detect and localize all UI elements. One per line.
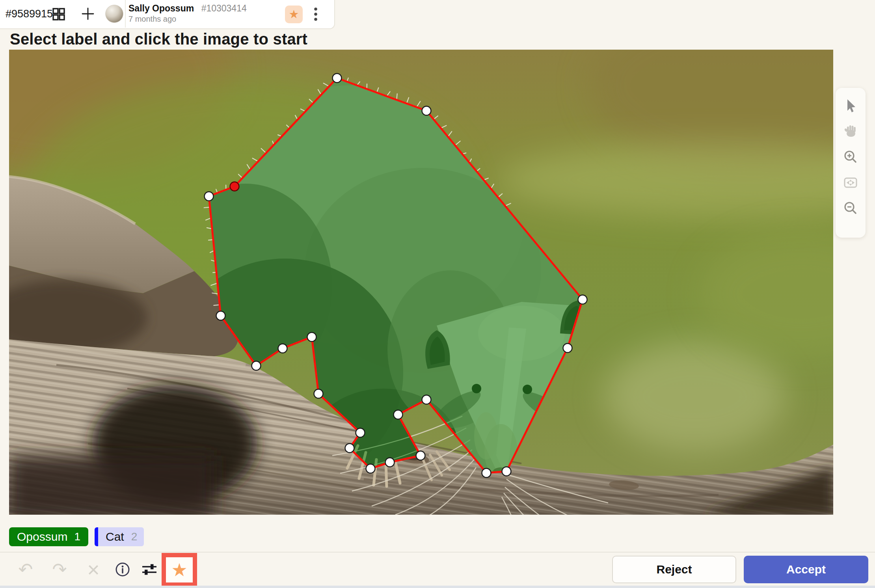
polygon-vertex[interactable] bbox=[366, 464, 375, 473]
info-icon bbox=[115, 562, 130, 577]
label-hotkey: 1 bbox=[74, 530, 80, 543]
info-button[interactable] bbox=[114, 553, 132, 586]
zoom-in-button[interactable] bbox=[840, 146, 862, 168]
polygon-vertex[interactable] bbox=[578, 295, 587, 304]
polygon-vertex[interactable] bbox=[252, 361, 261, 370]
ground-truth-star-badge[interactable]: ★ bbox=[285, 6, 303, 23]
annotation-canvas[interactable] bbox=[9, 50, 833, 515]
polygon-vertex[interactable] bbox=[333, 74, 342, 83]
fit-screen-button[interactable] bbox=[840, 171, 862, 194]
zoom-in-icon bbox=[843, 149, 858, 164]
polygon-vertex[interactable] bbox=[314, 389, 323, 398]
settings-sliders-icon bbox=[141, 562, 157, 577]
label-chip-opossum[interactable]: Opossum 1 bbox=[9, 527, 88, 546]
kebab-menu-icon[interactable] bbox=[313, 7, 318, 22]
polygon-vertex[interactable] bbox=[482, 469, 491, 478]
redo-button[interactable]: ↷ bbox=[50, 553, 69, 586]
cursor-tool-button[interactable] bbox=[840, 95, 862, 117]
add-annotation-icon[interactable] bbox=[81, 7, 95, 20]
bottom-toolbar: ↶ ↷ × ★ Reject Accept bbox=[0, 552, 875, 586]
remove-annotation-button[interactable]: × bbox=[84, 553, 102, 586]
annotator-name: Sally Opossum bbox=[128, 3, 194, 13]
polygon-vertex[interactable] bbox=[394, 410, 403, 419]
label-color-stripe bbox=[95, 527, 98, 546]
cursor-icon bbox=[843, 98, 858, 113]
star-icon: ★ bbox=[289, 9, 299, 20]
pan-hand-icon bbox=[843, 124, 858, 139]
ground-truth-star-button-highlighted[interactable]: ★ bbox=[162, 553, 197, 587]
settings-button[interactable] bbox=[140, 553, 158, 586]
pan-tool-button[interactable] bbox=[840, 120, 862, 142]
label-hotkey: 2 bbox=[131, 530, 138, 543]
annotation-id: #10303414 bbox=[201, 3, 247, 13]
polygon-vertex[interactable] bbox=[416, 451, 425, 460]
window-bottom-edge bbox=[0, 586, 875, 588]
redo-icon: ↷ bbox=[52, 561, 67, 578]
fit-screen-icon bbox=[843, 175, 858, 190]
label-name: Opossum bbox=[17, 530, 67, 543]
polygon-vertex[interactable] bbox=[278, 344, 287, 353]
annotation-time: 7 months ago bbox=[128, 15, 247, 24]
zoom-out-icon bbox=[843, 201, 858, 216]
accept-button[interactable]: Accept bbox=[744, 556, 868, 583]
grid-view-icon[interactable] bbox=[52, 7, 65, 21]
polygon-vertex[interactable] bbox=[422, 106, 431, 115]
header-divider bbox=[125, 0, 126, 28]
annotation-app: Select label and click the image to star… bbox=[0, 0, 875, 588]
polygon-vertex[interactable] bbox=[216, 311, 225, 320]
polygon-vertex[interactable] bbox=[502, 467, 511, 476]
polygon-vertex[interactable] bbox=[205, 192, 214, 201]
polygon-vertex[interactable] bbox=[356, 428, 365, 437]
polygon-vertex[interactable] bbox=[307, 333, 316, 342]
task-id: #9589915 bbox=[6, 8, 53, 20]
close-icon: × bbox=[87, 559, 100, 580]
polygon-vertex[interactable] bbox=[422, 395, 431, 404]
canvas-tool-panel bbox=[836, 88, 866, 238]
label-name: Cat bbox=[106, 530, 124, 543]
polygon-vertex[interactable] bbox=[563, 344, 572, 353]
polygon-vertex[interactable] bbox=[345, 444, 354, 453]
star-icon: ★ bbox=[171, 561, 187, 579]
zoom-out-button[interactable] bbox=[840, 197, 862, 219]
undo-button[interactable]: ↶ bbox=[17, 553, 35, 586]
instruction-heading: Select label and click the image to star… bbox=[10, 30, 307, 48]
polygon-vertex-selected[interactable] bbox=[230, 182, 239, 191]
reject-button[interactable]: Reject bbox=[612, 556, 736, 583]
top-bar: #9589915 Sally Opossum #10303414 7 month… bbox=[0, 0, 335, 29]
annotator-avatar[interactable] bbox=[105, 5, 123, 23]
undo-icon: ↶ bbox=[19, 561, 33, 578]
polygon-vertex[interactable] bbox=[385, 458, 395, 467]
label-chip-cat[interactable]: Cat 2 bbox=[95, 527, 144, 546]
